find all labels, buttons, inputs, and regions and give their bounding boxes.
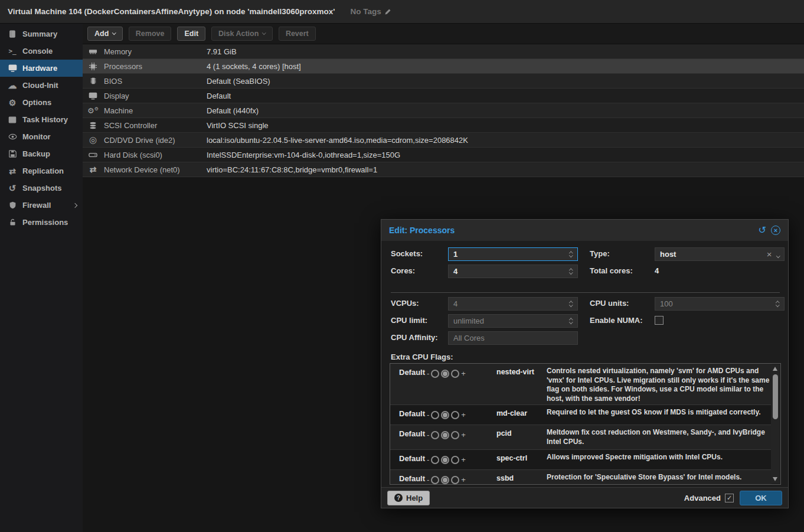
sidebar-item-cloud-init[interactable]: ☁ Cloud-Init <box>0 77 83 94</box>
book-icon <box>8 30 17 38</box>
terminal-icon: >_ <box>8 47 17 55</box>
cpu-flags-list: Default - + nested-virt Controls nested … <box>390 363 781 485</box>
memory-icon <box>88 47 98 56</box>
history-icon: ↺ <box>8 183 17 194</box>
disk-action-button[interactable]: Disk Action <box>211 27 273 41</box>
spinner-arrows[interactable] <box>570 269 573 273</box>
dialog-header[interactable]: Edit: Processors ↺ × <box>381 220 788 241</box>
sidebar-item-snapshots[interactable]: ↺ Snapshots <box>0 179 83 197</box>
window-titlebar: Virtual Machine 104 (DockerContainersAff… <box>0 0 804 24</box>
sockets-label: Sockets: <box>391 247 423 260</box>
add-button[interactable]: Add <box>87 27 123 41</box>
type-label: Type: <box>590 247 610 260</box>
revert-button[interactable]: Revert <box>279 27 316 41</box>
type-combo[interactable]: host × <box>655 247 785 261</box>
dialog-title: Edit: Processors <box>389 226 759 235</box>
flags-scrollbar[interactable] <box>771 364 780 484</box>
unlock-icon <box>8 218 17 226</box>
cores-label: Cores: <box>391 265 415 278</box>
table-row-machine[interactable]: ⚙⚙ Machine Default (i440fx) <box>83 103 804 118</box>
chevron-down-icon <box>112 31 116 34</box>
flag-tristate-md-clear[interactable]: - + <box>427 410 466 419</box>
chevron-down-icon[interactable] <box>777 250 780 259</box>
sidebar-item-label: Task History <box>22 115 68 124</box>
total-cores-label: Total cores: <box>590 265 633 278</box>
tags-area[interactable]: No Tags <box>351 7 391 16</box>
flag-tristate-ssbd[interactable]: - + <box>427 475 466 484</box>
flag-tristate-pcid[interactable]: - + <box>427 430 466 439</box>
table-row-display[interactable]: Display Default <box>83 89 804 103</box>
disc-icon: ◎ <box>88 135 98 145</box>
chevron-down-icon <box>262 31 266 34</box>
sidebar-item-label: Monitor <box>22 132 51 141</box>
cpu-affinity-field: All Cores <box>448 331 578 345</box>
pencil-icon[interactable] <box>384 8 391 15</box>
no-tags-label: No Tags <box>351 7 381 16</box>
sidebar-item-summary[interactable]: Summary <box>0 25 83 43</box>
remove-button[interactable]: Remove <box>129 27 172 41</box>
enable-numa-label: Enable NUMA: <box>590 314 643 327</box>
sidebar-item-backup[interactable]: Backup <box>0 145 83 162</box>
cpu-units-field: 100 <box>655 297 785 311</box>
edit-button[interactable]: Edit <box>177 27 205 41</box>
table-row-processors[interactable]: Processors 4 (1 sockets, 4 cores) [host] <box>83 59 804 74</box>
cores-field[interactable]: 4 <box>448 265 578 278</box>
scroll-down-arrow[interactable] <box>773 477 777 481</box>
section-divider <box>391 292 780 293</box>
database-stack-icon <box>88 122 98 129</box>
edit-processors-dialog: Edit: Processors ↺ × Sockets: 1 Type: ho… <box>381 219 789 508</box>
cpu-affinity-label: CPU Affinity: <box>391 331 438 344</box>
cpu-icon <box>88 62 98 71</box>
flag-tristate-nested-virt[interactable]: - + <box>427 369 466 378</box>
flag-row-pcid: Default - + pcid Meltdown fix cost reduc… <box>390 425 772 450</box>
gears-icon: ⚙⚙ <box>88 106 98 115</box>
ok-button[interactable]: OK <box>740 491 782 505</box>
sidebar-item-label: Console <box>22 47 53 56</box>
sidebar-item-task-history[interactable]: Task History <box>0 111 83 128</box>
sidebar-item-label: Options <box>22 98 51 107</box>
total-cores-value: 4 <box>655 265 659 278</box>
sidebar-item-monitor[interactable]: Monitor <box>0 128 83 145</box>
sidebar-item-console[interactable]: >_ Console <box>0 43 83 60</box>
scroll-up-arrow[interactable] <box>773 367 777 371</box>
display-icon <box>88 92 98 100</box>
extra-cpu-flags-label: Extra CPU Flags: <box>391 351 453 364</box>
sidebar-item-permissions[interactable]: Permissions <box>0 214 83 231</box>
enable-numa-checkbox[interactable] <box>655 316 664 325</box>
table-row-network-device[interactable]: ⇄ Network Device (net0) virtio=BC:24:11:… <box>83 162 804 177</box>
floppy-icon <box>8 150 17 158</box>
clear-icon[interactable]: × <box>767 249 772 259</box>
bios-chip-icon <box>88 77 98 85</box>
sidebar-item-hardware[interactable]: Hardware <box>0 60 83 77</box>
sidebar-item-label: Cloud-Init <box>22 81 58 90</box>
radio-on[interactable] <box>451 370 459 378</box>
chevron-right-icon <box>73 203 77 207</box>
monitor-icon <box>8 64 17 73</box>
table-row-memory[interactable]: Memory 7.91 GiB <box>83 44 804 59</box>
sockets-field[interactable]: 1 <box>448 247 578 261</box>
spinner-arrows[interactable] <box>570 252 573 256</box>
radio-off[interactable] <box>431 370 439 378</box>
sidebar-item-options[interactable]: ⚙ Options <box>0 94 83 111</box>
sidebar-item-replication[interactable]: ⇄ Replication <box>0 162 83 179</box>
scrollbar-thumb[interactable] <box>773 374 778 419</box>
sidebar-item-label: Permissions <box>22 218 68 227</box>
flag-tristate-spec-ctrl[interactable]: - + <box>427 455 466 464</box>
vcpus-field: 4 <box>448 297 578 311</box>
table-row-hard-disk[interactable]: Hard Disk (scsi0) IntelSSDEnterprise:vm-… <box>83 148 804 162</box>
page-title: Virtual Machine 104 (DockerContainersAff… <box>8 7 335 16</box>
radio-default-selected[interactable] <box>441 370 449 378</box>
table-row-scsi-controller[interactable]: SCSI Controller VirtIO SCSI single <box>83 118 804 133</box>
table-row-cddvd-drive[interactable]: ◎ CD/DVD Drive (ide2) local:iso/ubuntu-2… <box>83 133 804 148</box>
table-row-bios[interactable]: BIOS Default (SeaBIOS) <box>83 74 804 89</box>
sidebar-item-label: Summary <box>22 30 57 38</box>
flag-row-spec-ctrl: Default - + spec-ctrl Allows improved Sp… <box>390 450 772 470</box>
close-icon[interactable]: × <box>771 226 780 235</box>
hdd-icon <box>88 151 98 159</box>
help-button[interactable]: ? Help <box>387 491 430 505</box>
question-icon: ? <box>394 494 403 502</box>
sidebar-item-label: Firewall <box>22 201 51 210</box>
undo-icon[interactable]: ↺ <box>759 226 766 235</box>
advanced-checkbox[interactable]: ✓ <box>725 494 734 502</box>
sidebar-item-firewall[interactable]: Firewall <box>0 197 83 214</box>
